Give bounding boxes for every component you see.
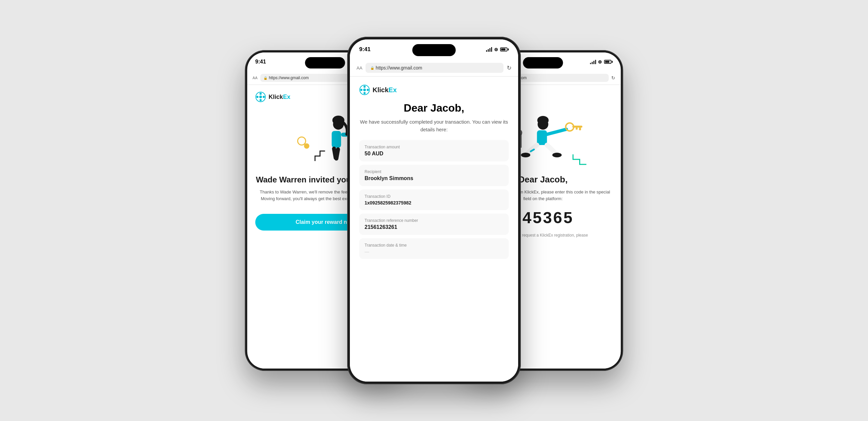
svg-point-20 xyxy=(364,92,366,94)
svg-point-15 xyxy=(304,143,309,149)
svg-rect-35 xyxy=(572,125,582,128)
tx-ref-label: Transaction reference number xyxy=(365,218,503,223)
svg-point-21 xyxy=(360,89,362,91)
aa-label-center: AA xyxy=(356,65,362,71)
status-icons-right: ⊜ xyxy=(590,59,613,64)
dynamic-island-center xyxy=(412,44,456,56)
logo-icon-center xyxy=(359,85,370,95)
svg-point-19 xyxy=(364,86,366,88)
tx-recipient-label: Recipient xyxy=(365,169,503,174)
logo-text-left: KlickEx xyxy=(269,93,290,101)
battery-icon-center xyxy=(500,48,509,52)
logo-icon-left xyxy=(255,91,266,102)
tx-amount-card: Transaction amount 50 AUD xyxy=(359,140,509,161)
tx-date-label: Transaction date & time xyxy=(365,243,503,248)
svg-rect-37 xyxy=(576,128,578,130)
intro-center: We have successfully completed your tran… xyxy=(359,118,509,133)
tx-amount-value: 50 AUD xyxy=(365,151,503,157)
svg-point-4 xyxy=(256,96,258,98)
url-center[interactable]: 🔒 https://www.gmail.com xyxy=(366,63,503,73)
tx-ref-card: Transaction reference number 21561263261 xyxy=(359,214,509,235)
lock-icon-left: 🔒 xyxy=(264,76,268,80)
phones-container: 9:41 ⊜ xyxy=(200,27,668,394)
svg-point-22 xyxy=(367,89,369,91)
svg-point-30 xyxy=(537,116,549,124)
svg-point-3 xyxy=(259,99,261,101)
battery-icon-right xyxy=(604,60,613,64)
tx-id-value: 1x0925825982375982 xyxy=(365,200,503,205)
email-content-center: KlickEx Dear Jacob, We have successfully… xyxy=(350,77,518,382)
time-left: 9:41 xyxy=(255,59,266,65)
time-center: 9:41 xyxy=(359,46,371,53)
wifi-icon-right: ⊜ xyxy=(598,59,602,64)
refresh-icon-center[interactable]: ↻ xyxy=(507,64,512,72)
address-bar-center[interactable]: AA 🔒 https://www.gmail.com ↻ xyxy=(350,59,518,77)
status-icons-center: ⊜ xyxy=(486,47,509,52)
svg-point-33 xyxy=(552,153,561,158)
lock-icon-center: 🔒 xyxy=(370,66,374,70)
svg-point-2 xyxy=(259,92,261,94)
logo-text-center: KlickEx xyxy=(373,86,397,94)
phone-center-inner: 9:41 ⊜ xyxy=(350,39,518,382)
svg-point-18 xyxy=(363,88,366,91)
tx-recipient-card: Recipient Brooklyn Simmons xyxy=(359,165,509,186)
dynamic-island-right xyxy=(523,57,563,68)
aa-label-left: AA xyxy=(253,76,258,80)
svg-point-14 xyxy=(298,137,306,145)
tx-ref-value: 21561263261 xyxy=(365,224,503,230)
refresh-icon-right[interactable]: ↻ xyxy=(611,75,615,81)
svg-rect-7 xyxy=(332,131,341,148)
url-text-left: https://www.gmail.com xyxy=(269,76,308,80)
tx-amount-label: Transaction amount xyxy=(365,145,503,149)
signal-icon-center xyxy=(486,47,492,52)
svg-point-32 xyxy=(521,153,530,158)
wifi-icon-center: ⊜ xyxy=(494,47,498,52)
tx-id-card: Transaction ID 1x0925825982375982 xyxy=(359,190,509,210)
logo-center: KlickEx xyxy=(359,85,509,95)
phone-center: 9:41 ⊜ xyxy=(347,37,521,384)
url-text-center: https://www.gmail.com xyxy=(376,65,422,71)
phone-center-screen: 9:41 ⊜ xyxy=(350,39,518,382)
svg-rect-31 xyxy=(537,130,547,145)
dynamic-island-left xyxy=(305,57,345,68)
svg-point-1 xyxy=(259,95,262,98)
greeting-center: Dear Jacob, xyxy=(359,102,509,114)
svg-point-5 xyxy=(263,96,265,98)
tx-recipient-value: Brooklyn Simmons xyxy=(365,175,503,181)
tx-id-label: Transaction ID xyxy=(365,194,503,199)
signal-icon-right xyxy=(590,59,596,64)
tx-date-card: Transaction date & time — xyxy=(359,238,509,259)
svg-rect-36 xyxy=(579,128,581,130)
tx-date-value: — xyxy=(365,249,503,254)
